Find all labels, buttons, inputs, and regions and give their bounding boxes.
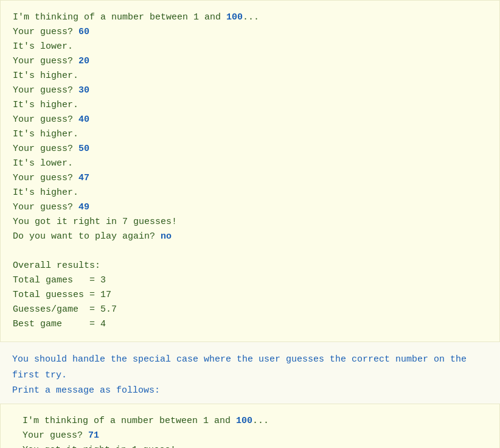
line-guess-2: Your guess? 20 xyxy=(13,54,487,69)
line-higher-2: It's higher. xyxy=(13,98,487,113)
line-guesses-per-game: Guesses/game = 5.7 xyxy=(13,303,487,317)
line-guess-3: Your guess? 30 xyxy=(13,83,487,98)
highlight-100-1: 100 xyxy=(226,12,243,23)
highlight-60: 60 xyxy=(78,27,89,37)
highlight-47: 47 xyxy=(78,173,89,183)
line-play-again: Do you want to play again? no xyxy=(13,229,487,244)
line-intro-2: I'm thinking of a number between 1 and 1… xyxy=(23,414,487,429)
description-line-1: You should handle the special case where… xyxy=(12,352,488,383)
line-best-game: Best game = 4 xyxy=(13,317,487,332)
highlight-40: 40 xyxy=(78,114,89,125)
line-got-it: You got it right in 7 guesses! xyxy=(13,215,487,229)
line-lower-1: It's lower. xyxy=(13,40,487,54)
line-guess-7: Your guess? 49 xyxy=(13,200,487,215)
highlight-50: 50 xyxy=(78,144,89,154)
line-guess-6: Your guess? 47 xyxy=(13,171,487,186)
highlight-71: 71 xyxy=(88,430,99,441)
line-got-it-1: You got it right in 1 guess! xyxy=(23,443,487,449)
line-empty-1 xyxy=(13,244,487,259)
line-total-guesses: Total guesses = 17 xyxy=(13,288,487,303)
highlight-20: 20 xyxy=(78,56,89,66)
line-guess-5: Your guess? 50 xyxy=(13,142,487,156)
line-lower-2: It's lower. xyxy=(13,156,487,171)
description-line-2: Print a message as follows: xyxy=(12,383,488,399)
highlight-30: 30 xyxy=(78,85,89,96)
highlight-49: 49 xyxy=(78,202,89,212)
line-higher-4: It's higher. xyxy=(13,186,487,200)
line-guess-s1: Your guess? 71 xyxy=(23,429,487,443)
line-total-games: Total games = 3 xyxy=(13,273,487,288)
line-overall: Overall results: xyxy=(13,259,487,273)
line-intro: I'm thinking of a number between 1 and 1… xyxy=(13,10,487,25)
description-section: You should handle the special case where… xyxy=(0,342,500,404)
code-block-second: I'm thinking of a number between 1 and 1… xyxy=(0,404,500,449)
code-block-main: I'm thinking of a number between 1 and 1… xyxy=(0,0,500,342)
line-guess-4: Your guess? 40 xyxy=(13,113,487,127)
line-higher-1: It's higher. xyxy=(13,69,487,83)
highlight-100-2: 100 xyxy=(236,416,252,426)
line-higher-3: It's higher. xyxy=(13,127,487,142)
highlight-no: no xyxy=(161,231,172,242)
line-guess-1: Your guess? 60 xyxy=(13,25,487,40)
